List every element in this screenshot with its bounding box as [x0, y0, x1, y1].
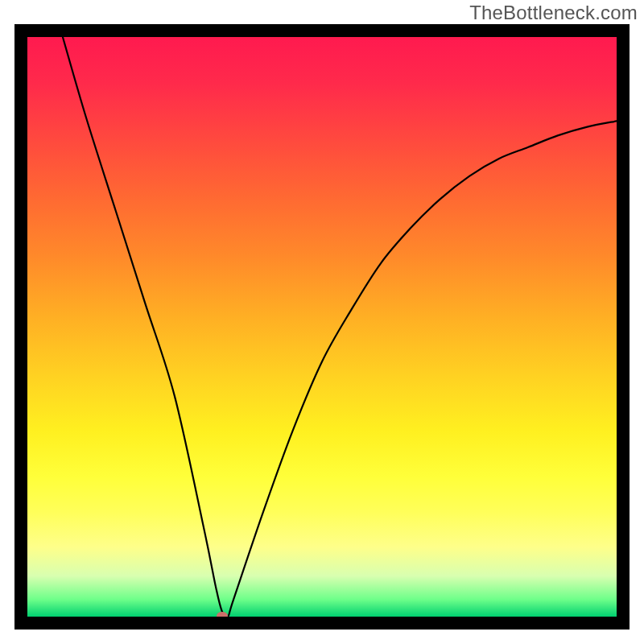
plot-area [14, 24, 630, 630]
background-gradient [27, 37, 617, 617]
watermark-text: TheBottleneck.com [469, 2, 638, 24]
optimum-marker [217, 612, 228, 620]
chart-container: TheBottleneck.com [0, 0, 644, 644]
